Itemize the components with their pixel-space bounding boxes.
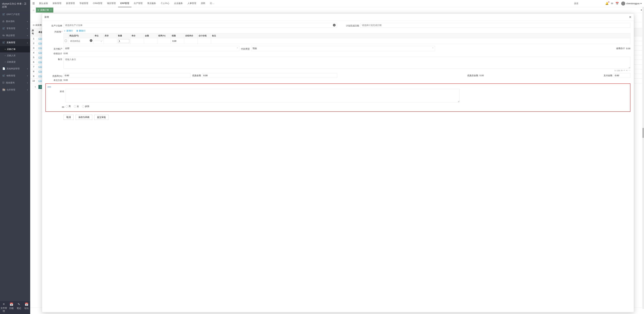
sidebar-item[interactable]: 🛒ERP门户首页 — [0, 11, 30, 18]
undo-icon[interactable]: ↶ — [624, 69, 625, 71]
topnav-item[interactable]: 企业服务 — [172, 0, 185, 7]
topnav-item[interactable]: CRM管理 — [90, 0, 105, 7]
chevron-down-icon: ▾ — [27, 68, 28, 70]
sidebar-subitem[interactable]: ▫采购订单 — [0, 46, 30, 52]
radio-option[interactable]: 妖怪 — [82, 105, 90, 108]
toggle-sidebar-icon[interactable]: ☰ — [30, 2, 37, 5]
tax-price-input[interactable] — [185, 39, 196, 43]
name-textarea[interactable] — [66, 89, 460, 102]
topnav-item[interactable]: 默认桌面 — [37, 0, 50, 7]
plus-icon[interactable]: + — [90, 39, 92, 42]
stock-input[interactable] — [105, 39, 116, 43]
amount-input[interactable] — [145, 39, 156, 43]
sidebar-item[interactable]: ☑报表查询▾ — [0, 79, 30, 86]
topnav-item[interactable]: 售后服务 — [145, 0, 158, 7]
bottom-tool[interactable]: ✎笔记 — [15, 301, 23, 314]
radio-option[interactable]: 女 — [74, 105, 79, 108]
close-icon[interactable]: × — [50, 9, 52, 11]
submit-button[interactable]: 提交审批 — [94, 115, 109, 120]
topnav-item[interactable]: 个人中心 — [158, 0, 172, 7]
copy-icon[interactable]: ⧉ — [621, 69, 622, 71]
pay-type-label: 付款类型 — [241, 46, 250, 50]
row-checkbox[interactable] — [65, 40, 67, 42]
sidebar-item[interactable]: 🛍商品管理▾ — [0, 32, 30, 39]
topnav-item[interactable]: 薪资管理 — [64, 0, 77, 7]
product-input[interactable] — [70, 39, 92, 43]
items-grid: 商品(型号)单位库存数量单价金额税率(%)税额含税单价合计价税备注 + ▾ — [64, 33, 630, 44]
sidebar-item[interactable]: 🛒销售管理▾ — [0, 72, 30, 79]
grid-header: 合计价税 — [198, 33, 211, 38]
plan-input[interactable] — [64, 23, 337, 28]
menu-icon: 🛒 — [2, 74, 5, 77]
sidebar-item[interactable]: ⚖基本资料▾ — [0, 18, 30, 25]
topnav-item[interactable]: ERP管理 — [118, 0, 132, 7]
chevron-down-icon: ▾ — [27, 21, 28, 22]
discount-amt-input[interactable] — [202, 73, 337, 78]
top-nav: 默认桌面财务管理薪资管理学校管理CRM管理项目管理ERP管理生产管理售后服务个人… — [37, 0, 573, 7]
topnav-item[interactable]: 人事管理 — [185, 0, 198, 7]
bottom-tool[interactable]: 📅日程 — [8, 301, 15, 314]
chevron-down-icon: ▾ — [27, 82, 28, 84]
scrollbar[interactable] — [642, 7, 644, 309]
unit-select[interactable]: ▾ — [94, 40, 102, 41]
add-row-button[interactable]: ＋ 新增行 — [64, 29, 73, 32]
radio-option[interactable]: 男 — [66, 105, 71, 108]
close-icon[interactable]: ✕ — [629, 15, 632, 19]
calendar-icon[interactable]: 📅 — [616, 2, 619, 5]
top-search-input[interactable] — [573, 1, 603, 5]
plus-icon[interactable]: + — [333, 24, 336, 26]
sidebar-subitem[interactable]: ▫采购退货 — [0, 59, 30, 65]
bell-icon[interactable]: 🔔 — [605, 2, 608, 5]
pager-prev[interactable]: < — [33, 85, 38, 89]
sidebar-item[interactable]: 🛒零售管理▾ — [0, 25, 30, 32]
total-tax-input[interactable] — [198, 39, 210, 43]
home-tab-icon[interactable]: ⌂ — [31, 9, 36, 11]
discount-amt-label: 优惠金额 — [192, 74, 201, 77]
topnav-item[interactable]: 行… — [208, 0, 217, 7]
cancel-button[interactable]: 取消 — [64, 115, 74, 120]
topnav-item[interactable]: 生产管理 — [132, 0, 145, 7]
delete-row-button[interactable]: 🗑 删除行 — [76, 29, 86, 32]
grid-header: 备注 — [211, 33, 630, 38]
sidebar-subitem[interactable]: ▫采购入库 — [0, 52, 30, 59]
topnav-item[interactable]: 学校管理 — [77, 0, 90, 7]
tax-amt-input[interactable] — [172, 39, 183, 43]
remark-textarea[interactable] — [64, 57, 630, 68]
row-remark-input[interactable] — [212, 39, 629, 43]
discount-rate-input[interactable] — [64, 73, 190, 78]
bottom-tool[interactable]: 📅论坛 — [23, 301, 30, 314]
sidebar-item[interactable]: 🛒采购管理▴ — [0, 39, 30, 46]
radio-icon — [66, 105, 68, 108]
tab-purchase-order[interactable]: ≡ 采购订单 × — [36, 7, 53, 12]
topnav-item[interactable]: 项目管理 — [105, 0, 118, 7]
pay-amt-input[interactable] — [614, 73, 630, 78]
clear-icon[interactable]: ✕ — [626, 69, 628, 71]
user-menu[interactable]: chendonggua ▾ — [621, 1, 642, 5]
plan-done-input[interactable] — [360, 23, 630, 28]
more-icon[interactable]: ⋯ — [628, 69, 630, 71]
save-draft-button[interactable]: 保存为草稿 — [76, 115, 92, 120]
topnav-item[interactable]: 财务管理 — [50, 0, 64, 7]
grid-header: 税额 — [171, 33, 184, 38]
bottom-tool[interactable]: ≡文件管理 — [0, 301, 8, 314]
sidebar-item[interactable]: 🏬仓库管理▾ — [0, 86, 30, 93]
pay-type-select[interactable]: 现金▾ — [251, 46, 435, 51]
chevron-down-icon: ▾ — [27, 89, 28, 91]
tax-rate-input[interactable] — [158, 39, 170, 43]
sidebar-item[interactable]: 📄其他单据管理▾ — [0, 65, 30, 72]
price-input[interactable] — [132, 39, 143, 43]
topnav-item[interactable]: 招聘 — [198, 0, 208, 7]
qty-input[interactable] — [118, 39, 129, 43]
app-title: skyeye云办公 作者：卫志强 — [0, 0, 30, 11]
avatar — [621, 1, 625, 5]
tool-icon: ≡ — [0, 303, 8, 306]
sub-icon: ▫ — [5, 54, 6, 57]
remark-label: 备注 — [46, 57, 62, 61]
pay-account-select[interactable]: 全部▾ — [64, 46, 239, 51]
menu-icon: 🛍 — [2, 34, 5, 37]
chevron-down-icon: ▾ — [27, 28, 28, 29]
aa-radio-group: 男女妖怪 — [66, 105, 90, 108]
grid-header: 税率(%) — [157, 33, 171, 38]
mail-icon[interactable]: ✉ — [611, 2, 613, 5]
menu-icon: 🛒 — [2, 13, 5, 15]
